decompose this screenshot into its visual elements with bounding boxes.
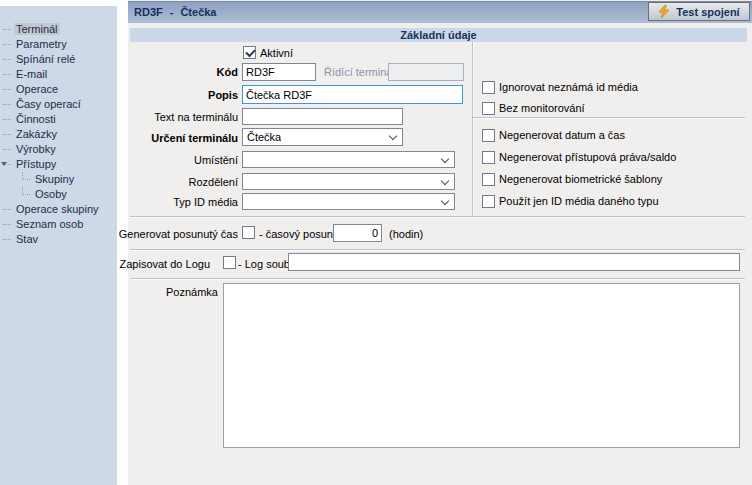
negenerovat-datum-label: Negenerovat datum a čas	[499, 129, 625, 142]
poznamka-label: Poznámka	[166, 286, 218, 299]
pouzit-jen-id-label: Použít jen ID média daného typu	[499, 195, 659, 208]
chevron-down-icon	[389, 132, 397, 140]
ignorovat-neznama-id-checkbox[interactable]	[482, 81, 495, 94]
bez-monitorovani-checkbox[interactable]	[482, 102, 495, 115]
main-panel: RD3F-Čtečka Test spojení Základní údaje …	[128, 0, 752, 485]
rozdeleni-select[interactable]	[242, 173, 455, 190]
negenerovat-prava-checkbox[interactable]	[482, 151, 495, 164]
posun-input[interactable]	[333, 224, 382, 242]
kod-input[interactable]	[242, 63, 316, 81]
umisteni-label: Umístění	[194, 154, 238, 167]
ridici-terminal-input	[388, 63, 464, 81]
posun-checkbox[interactable]	[242, 226, 255, 239]
sidebar-item-skupiny[interactable]: Skupiny	[0, 172, 117, 187]
bez-monitorovani-label: Bez monitorování	[499, 102, 585, 115]
urceni-terminalu-label: Určení terminálu	[151, 132, 238, 145]
posun-label: Generovat posunutý čas	[119, 228, 238, 241]
negenerovat-biometricke-label: Negenerovat biometrické šablony	[499, 173, 662, 186]
text-na-terminalu-label: Text na terminálu	[154, 111, 238, 124]
sidebar-item-parametry[interactable]: Parametry	[0, 37, 117, 52]
typ-id-media-select[interactable]	[242, 193, 455, 210]
lightning-icon	[658, 5, 670, 18]
umisteni-select[interactable]	[242, 151, 455, 168]
sidebar: Terminál Parametry Spínání relé E-mail O…	[0, 6, 117, 485]
app-window: Terminál Parametry Spínání relé E-mail O…	[0, 0, 752, 485]
poznamka-textarea[interactable]	[223, 283, 740, 448]
check-icon	[245, 47, 256, 58]
posun-sub-label: - časový posun	[259, 228, 333, 241]
chevron-down-icon	[441, 176, 449, 184]
sidebar-item-vyrobky[interactable]: Výrobky	[0, 142, 117, 157]
urceni-terminalu-select[interactable]: Čtečka	[242, 128, 403, 146]
separator	[130, 278, 745, 280]
flags-divider	[473, 117, 745, 119]
log-checkbox[interactable]	[223, 256, 236, 269]
sidebar-item-cinnosti[interactable]: Činnosti	[0, 112, 117, 127]
posun-unit-label: (hodin)	[389, 228, 423, 241]
kod-label: Kód	[217, 66, 238, 79]
test-connection-button[interactable]: Test spojení	[648, 2, 750, 21]
log-soubor-input[interactable]	[288, 253, 740, 271]
tree-expand-icon	[1, 162, 7, 166]
sidebar-item-terminal[interactable]: Terminál	[0, 22, 117, 37]
sidebar-item-pristupy[interactable]: Přístupy	[0, 157, 117, 172]
chevron-down-icon	[441, 196, 449, 204]
aktivni-label: Aktivní	[260, 47, 293, 60]
section-title: Základní údaje	[400, 29, 476, 41]
sidebar-item-stav[interactable]: Stav	[0, 232, 117, 247]
pouzit-jen-id-checkbox[interactable]	[482, 195, 495, 208]
negenerovat-biometricke-checkbox[interactable]	[482, 173, 495, 186]
column-divider	[472, 42, 474, 216]
sidebar-item-e-mail[interactable]: E-mail	[0, 67, 117, 82]
chevron-down-icon	[441, 154, 449, 162]
separator	[130, 249, 745, 251]
test-connection-label: Test spojení	[676, 6, 739, 18]
popis-input[interactable]	[242, 85, 463, 104]
sidebar-item-operace[interactable]: Operace	[0, 82, 117, 97]
page-title: Čtečka	[180, 6, 216, 18]
record-code: RD3F	[134, 6, 163, 18]
sidebar-item-operace-skupiny[interactable]: Operace skupiny	[0, 202, 117, 217]
typ-id-media-label: Typ ID média	[173, 196, 238, 209]
aktivni-checkbox[interactable]	[243, 46, 256, 59]
popis-label: Popis	[208, 89, 238, 102]
ridici-terminal-label: Řídící terminál	[324, 66, 395, 79]
sidebar-item-casy-operaci[interactable]: Časy operací	[0, 97, 117, 112]
title-separator: -	[170, 6, 174, 18]
ignorovat-neznama-id-label: Ignorovat neznámá id média	[499, 81, 638, 94]
sidebar-item-seznam-osob[interactable]: Seznam osob	[0, 217, 117, 232]
rozdeleni-label: Rozdělení	[188, 176, 238, 189]
log-label: Zapisovat do Logu	[119, 258, 210, 271]
negenerovat-prava-label: Negenerovat přístupová práva/saldo	[499, 151, 676, 164]
negenerovat-datum-checkbox[interactable]	[482, 129, 495, 142]
urceni-terminalu-value: Čtečka	[247, 130, 281, 144]
sidebar-item-spinani-rele[interactable]: Spínání relé	[0, 52, 117, 67]
sidebar-item-zakazky[interactable]: Zakázky	[0, 127, 117, 142]
separator	[130, 216, 745, 218]
section-header: Základní údaje	[130, 28, 747, 42]
text-na-terminalu-input[interactable]	[242, 108, 403, 125]
sidebar-item-osoby[interactable]: Osoby	[0, 187, 117, 202]
